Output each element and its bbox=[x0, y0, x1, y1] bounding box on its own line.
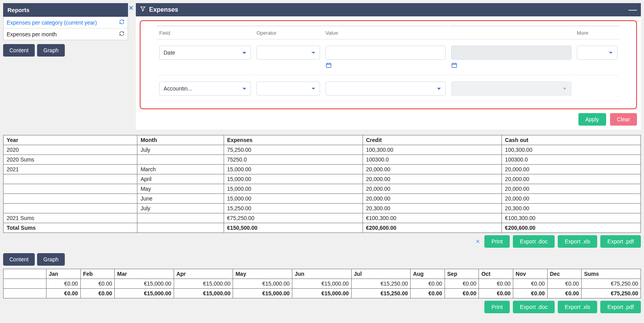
cell-month: May bbox=[137, 184, 224, 194]
col-month-blank bbox=[4, 269, 46, 279]
filter-operator-select[interactable] bbox=[256, 82, 320, 96]
clear-button[interactable]: Clear bbox=[610, 113, 637, 126]
export-doc-button[interactable]: Export .doc bbox=[513, 235, 555, 248]
cell-year bbox=[4, 194, 137, 204]
cell-month: €0.00 bbox=[46, 279, 81, 289]
cell-exp: €150,500.00 bbox=[224, 223, 363, 233]
calendar-icon[interactable] bbox=[326, 62, 332, 69]
col-expenses: Expenses bbox=[224, 135, 363, 145]
filter-value1-input[interactable] bbox=[326, 46, 446, 60]
apply-button[interactable]: Apply bbox=[578, 113, 606, 126]
cell-month: €15,000.00 bbox=[115, 279, 174, 289]
col-credit: Credit bbox=[363, 135, 502, 145]
cell-month: €15,000.00 bbox=[174, 279, 233, 289]
col-month-Apr: Apr bbox=[174, 269, 233, 279]
cell-exp: €75,250.00 bbox=[224, 213, 363, 223]
refresh-icon[interactable] bbox=[119, 19, 125, 26]
graph-button[interactable]: Graph bbox=[37, 44, 65, 57]
col-month-Dec: Dec bbox=[547, 269, 582, 279]
export-xls-button[interactable]: Export .xls bbox=[558, 301, 597, 313]
report-item-label: Expenses per category (current year) bbox=[7, 20, 97, 26]
cell-month: €75,250.00 bbox=[582, 279, 641, 289]
col-month-Jul: Jul bbox=[351, 269, 411, 279]
report-item-expenses-category[interactable]: Expenses per category (current year) bbox=[4, 17, 128, 28]
cell-month: €0.00 bbox=[411, 279, 445, 289]
cell-credit: 20,000.00 bbox=[363, 194, 502, 204]
cell-month bbox=[137, 155, 224, 165]
print-button[interactable]: Print bbox=[484, 301, 510, 313]
cell-exp: 15,000.00 bbox=[224, 194, 363, 204]
svg-rect-1 bbox=[452, 63, 457, 67]
table-row: June15,000.0020,000.0020,000.00 bbox=[4, 194, 641, 204]
cell-month: €0.00 bbox=[445, 279, 479, 289]
svg-rect-0 bbox=[326, 63, 331, 67]
print-button[interactable]: Print bbox=[484, 235, 510, 248]
col-month-May: May bbox=[233, 269, 292, 279]
table-row: May15,000.0020,000.0020,000.00 bbox=[4, 184, 641, 194]
filter-value1-select[interactable] bbox=[326, 82, 446, 96]
cell-exp: 75250.0 bbox=[224, 155, 363, 165]
cell-year: 2020 bbox=[4, 145, 137, 155]
graph-button[interactable]: Graph bbox=[37, 253, 65, 266]
content-button[interactable]: Content bbox=[3, 253, 35, 266]
col-month-Jan: Jan bbox=[46, 269, 81, 279]
report-item-expenses-month[interactable]: Expenses per month bbox=[4, 28, 128, 40]
cell-credit: 20,300.00 bbox=[363, 204, 502, 213]
content-button[interactable]: Content bbox=[3, 44, 35, 57]
cell-month: July bbox=[137, 145, 224, 155]
filter-field-select[interactable]: Accountin... bbox=[159, 82, 251, 96]
year-month-table: Year Month Expenses Credit Cash out 2020… bbox=[3, 135, 641, 233]
col-month-Feb: Feb bbox=[80, 269, 115, 279]
filter-head-field: Field bbox=[157, 26, 253, 39]
cell-month: €15,250.00 bbox=[351, 289, 411, 298]
close-icon[interactable]: × bbox=[129, 4, 133, 12]
filter-more-select[interactable] bbox=[577, 46, 617, 60]
main-panel: × Expenses — Field Operator Value More bbox=[136, 3, 641, 130]
export-xls-button[interactable]: Export .xls bbox=[558, 235, 597, 248]
refresh-icon[interactable] bbox=[119, 31, 125, 37]
cell-cash: 100,300.00 bbox=[502, 145, 640, 155]
cell-credit: 20,000.00 bbox=[363, 165, 502, 174]
cell-year bbox=[4, 184, 137, 194]
cell-blank bbox=[4, 279, 46, 289]
minimize-icon[interactable]: — bbox=[628, 5, 637, 14]
filter-operator-select[interactable] bbox=[256, 46, 320, 60]
col-month-Nov: Nov bbox=[513, 269, 548, 279]
table-row: April15,000.0020,000.0020,000.00 bbox=[4, 174, 641, 184]
cell-month: €0.00 bbox=[80, 279, 115, 289]
sidebar-title: Reports bbox=[3, 3, 128, 17]
close-icon[interactable]: × bbox=[476, 238, 480, 246]
table-row: €0.00€0.00€15,000.00€15,000.00€15,000.00… bbox=[4, 289, 641, 298]
calendar-icon[interactable] bbox=[451, 62, 457, 69]
col-month-Sums: Sums bbox=[582, 269, 641, 279]
cell-cash: €200,600.00 bbox=[502, 223, 640, 233]
cell-month: €0.00 bbox=[411, 289, 445, 298]
col-month-Mar: Mar bbox=[115, 269, 174, 279]
export-doc-button[interactable]: Export .doc bbox=[513, 301, 555, 313]
cell-exp: 15,000.00 bbox=[224, 184, 363, 194]
cell-month: €0.00 bbox=[479, 289, 513, 298]
cell-blank bbox=[4, 289, 46, 298]
cell-credit: 100300.0 bbox=[363, 155, 502, 165]
table-row: 2021 Sums€75,250.00€100,300.00€100,300.0… bbox=[4, 213, 641, 223]
cell-month: €0.00 bbox=[513, 279, 548, 289]
cell-credit: €100,300.00 bbox=[363, 213, 502, 223]
cell-cash: 20,000.00 bbox=[502, 194, 640, 204]
cell-credit: 100,300.00 bbox=[363, 145, 502, 155]
cell-month: €15,000.00 bbox=[292, 279, 352, 289]
cell-credit: 20,000.00 bbox=[363, 184, 502, 194]
cell-year bbox=[4, 204, 137, 213]
filter-field-select[interactable]: Date bbox=[159, 46, 251, 60]
export-pdf-button[interactable]: Export .pdf bbox=[600, 235, 641, 248]
cell-cash: 20,000.00 bbox=[502, 174, 640, 184]
filter-area: Field Operator Value More Date bbox=[140, 20, 637, 109]
cell-month: €0.00 bbox=[445, 289, 479, 298]
col-month-Oct: Oct bbox=[479, 269, 513, 279]
cell-month: €15,250.00 bbox=[351, 279, 411, 289]
filter-icon bbox=[140, 6, 146, 14]
filter-value2-select bbox=[451, 82, 571, 96]
export-pdf-button[interactable]: Export .pdf bbox=[600, 301, 641, 313]
main-header: Expenses — bbox=[136, 3, 641, 16]
cell-month: €15,000.00 bbox=[115, 289, 174, 298]
cell-month: July bbox=[137, 204, 224, 213]
